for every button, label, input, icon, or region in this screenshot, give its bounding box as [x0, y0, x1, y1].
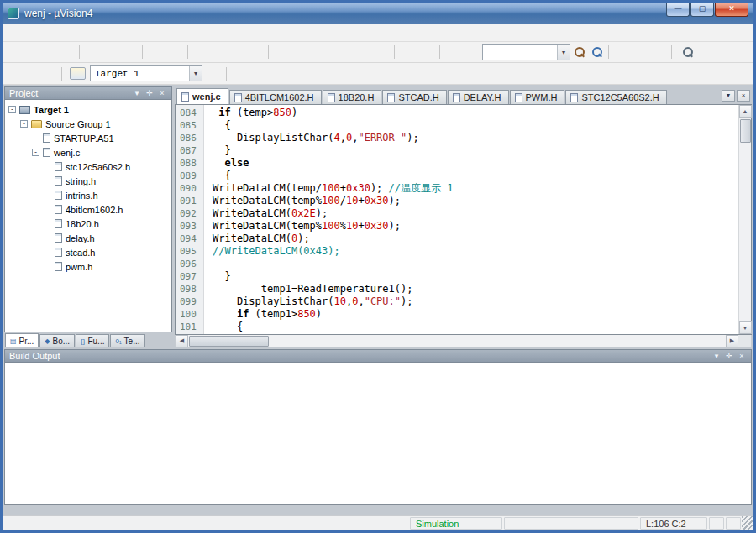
expander-icon[interactable]: [44, 234, 51, 242]
code-line[interactable]: 091WriteDataLCM(temp%100/10+0x30);: [176, 195, 738, 207]
expander-icon[interactable]: -: [32, 149, 39, 156]
expander-icon[interactable]: [44, 263, 51, 270]
bookmark-clear-icon[interactable]: [329, 44, 346, 60]
tab-list-icon[interactable]: ▾: [722, 90, 735, 102]
code-line[interactable]: 090WriteDataLCM(temp/100+0x30); //温度显示 1: [176, 182, 738, 195]
editor-tab[interactable]: STCAD.H: [382, 90, 446, 104]
code-line[interactable]: 098 temp1=ReadTemperature1();: [176, 283, 738, 295]
menu-item[interactable]: [87, 30, 100, 35]
expander-icon[interactable]: [44, 191, 51, 199]
rebuild-all-icon[interactable]: [42, 66, 59, 81]
save-file-icon[interactable]: [42, 44, 59, 60]
code-line[interactable]: 094WriteDataLCM(0);: [176, 233, 738, 245]
code-line[interactable]: 099 DisplayListChar(10,0,"CPU:");: [176, 295, 738, 308]
cut-icon[interactable]: [87, 44, 104, 60]
pin-icon[interactable]: ✛: [724, 351, 734, 361]
code-line[interactable]: 097 }: [176, 270, 738, 283]
code-area[interactable]: 084 if (temp>850)085 {086 DisplayListCha…: [176, 105, 738, 334]
layout-caret-icon[interactable]: [715, 44, 732, 60]
options-for-target-icon[interactable]: [207, 66, 223, 81]
scrollbar-thumb[interactable]: [189, 336, 269, 347]
find-combo[interactable]: ▾: [482, 44, 570, 60]
breakpoint-disable-icon[interactable]: [634, 44, 651, 60]
scrollbar-thumb[interactable]: [740, 119, 751, 143]
tree-item[interactable]: stc12c5a60s2.h: [5, 159, 171, 174]
toolbar-icon[interactable]: [394, 45, 400, 59]
code-line[interactable]: 087 }: [176, 144, 738, 157]
undo-icon[interactable]: [150, 44, 167, 60]
nav-forward-icon[interactable]: [213, 44, 230, 60]
code-line[interactable]: 086 DisplayListChar(4,0,"ERROR ");: [176, 132, 738, 144]
menu-item[interactable]: [113, 30, 127, 35]
menu-item[interactable]: [127, 30, 140, 35]
menu-item[interactable]: [100, 30, 113, 35]
nav-back-icon[interactable]: [196, 44, 213, 60]
pin-icon[interactable]: ✛: [144, 88, 155, 98]
chevron-down-icon[interactable]: ▾: [189, 66, 202, 81]
code-line[interactable]: 089 {: [176, 170, 738, 182]
file-extensions-icon[interactable]: [234, 66, 251, 81]
code-line[interactable]: 100 if (temp1>850): [176, 308, 738, 321]
expander-icon[interactable]: [44, 220, 51, 227]
save-all-icon[interactable]: [60, 44, 76, 60]
tree-item[interactable]: - Target 1: [5, 102, 171, 117]
code-line[interactable]: 095//WriteDataLCM(0x43);: [176, 245, 738, 258]
zoom-icon[interactable]: [680, 44, 696, 60]
comment-icon[interactable]: [402, 44, 419, 60]
panel-tab[interactable]: ▤ Pr...: [5, 333, 39, 347]
indent-icon[interactable]: [357, 44, 374, 60]
toolbar-icon[interactable]: [349, 45, 354, 59]
editor-tab[interactable]: 4BITLCM1602.H: [229, 90, 322, 104]
close-icon[interactable]: ×: [157, 88, 167, 98]
jump-forward-icon[interactable]: [249, 44, 265, 60]
uncomment-icon[interactable]: [420, 44, 437, 60]
close-tab-icon[interactable]: ×: [737, 90, 750, 102]
flash-download-icon[interactable]: [70, 67, 86, 80]
bookmark-prev-icon[interactable]: [294, 44, 311, 60]
horizontal-scrollbar[interactable]: ◀ ▶: [175, 335, 752, 347]
menu-item[interactable]: [33, 30, 46, 35]
open-file-icon[interactable]: [24, 44, 41, 60]
menu-item[interactable]: [140, 30, 154, 35]
toolbar-icon[interactable]: [187, 45, 193, 59]
new-file-icon[interactable]: [7, 44, 24, 60]
tree-item[interactable]: - Source Group 1: [5, 117, 171, 131]
minimize-button[interactable]: —: [666, 3, 690, 17]
menu-item[interactable]: [6, 30, 19, 35]
breakpoint-kill-all-icon[interactable]: [652, 44, 669, 60]
snippets-icon[interactable]: [448, 44, 465, 60]
expander-icon[interactable]: [44, 177, 51, 185]
close-icon[interactable]: ×: [737, 351, 747, 361]
panel-tab[interactable]: 0₁ Te...: [110, 334, 144, 347]
toolbar-icon[interactable]: [439, 45, 445, 59]
editor-tab[interactable]: 18B20.H: [323, 90, 382, 104]
tree-item[interactable]: intrins.h: [5, 188, 171, 202]
vertical-scrollbar[interactable]: ▲ ▼: [738, 105, 751, 334]
code-line[interactable]: 088 else: [176, 157, 738, 170]
title-bar[interactable]: wenj - µVision4 — ▢ ✕: [3, 3, 753, 24]
build-output-content[interactable]: [4, 363, 752, 505]
editor-tab[interactable]: PWM.H: [510, 90, 565, 104]
jump-back-icon[interactable]: [231, 44, 248, 60]
toolbar-icon[interactable]: [79, 45, 85, 59]
toolbar-icon[interactable]: [608, 45, 614, 59]
tree-item[interactable]: 18b20.h: [5, 217, 171, 231]
menu-item[interactable]: [46, 30, 60, 35]
breakpoint-toggle-icon[interactable]: [617, 44, 633, 60]
resize-grip[interactable]: [742, 516, 753, 530]
window-layout-icon[interactable]: [697, 44, 714, 60]
target-select[interactable]: Target 1 ▾: [90, 65, 202, 81]
editor-tab[interactable]: wenj.c: [176, 88, 228, 104]
find-in-files-icon[interactable]: [571, 44, 588, 60]
expander-icon[interactable]: [44, 206, 51, 213]
toolbar-icon[interactable]: [61, 67, 67, 81]
configure-icon[interactable]: [732, 44, 749, 60]
tree-item[interactable]: string.h: [5, 174, 171, 188]
code-line[interactable]: 085 {: [176, 119, 738, 132]
expander-icon[interactable]: [32, 134, 39, 142]
toolbar-icon[interactable]: [226, 67, 232, 81]
tree-item[interactable]: 4bitlcm1602.h: [5, 202, 171, 217]
chevron-down-icon[interactable]: ▾: [557, 45, 570, 60]
scroll-up-icon[interactable]: ▲: [739, 105, 752, 118]
scroll-down-icon[interactable]: ▼: [739, 321, 752, 334]
